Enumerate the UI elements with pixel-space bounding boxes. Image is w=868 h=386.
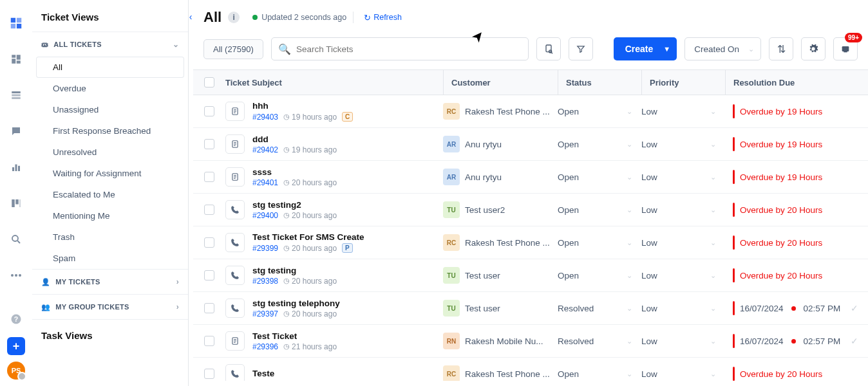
ticket-id[interactable]: #29398 — [252, 277, 278, 286]
row-checkbox[interactable] — [204, 303, 214, 313]
chevron-down-icon[interactable]: ⌄ — [710, 140, 716, 149]
view-chip[interactable]: All (27590) — [203, 39, 263, 59]
chevron-down-icon[interactable]: ⌄ — [627, 239, 632, 247]
ticket-subject: stg testing2 — [252, 200, 337, 210]
col-status[interactable]: Status — [558, 70, 641, 95]
col-subject[interactable]: Ticket Subject — [225, 78, 443, 87]
dashboard-icon[interactable] — [5, 48, 28, 71]
chevron-down-icon: ⌄ — [748, 45, 754, 53]
table-row[interactable]: ddd#2940219 hours agoARAnu rytyuOpen⌄Low… — [193, 128, 868, 161]
user-avatar[interactable]: PS — [7, 362, 25, 380]
sort-button[interactable]: Created On⌄ — [684, 37, 761, 60]
table-row[interactable]: Test Ticket#2939621 hours agoRNRakesh Mo… — [193, 325, 868, 358]
row-checkbox[interactable] — [204, 106, 214, 116]
sidebar-item[interactable]: Mentioning Me — [32, 205, 188, 226]
add-button[interactable]: + — [7, 337, 25, 355]
sidebar-section-group[interactable]: 👥 MY GROUP TICKETS › — [32, 295, 188, 319]
sidebar-item[interactable]: Waiting for Assignment — [32, 163, 188, 184]
svg-rect-24 — [546, 45, 551, 52]
table-row[interactable]: ssss#2940120 hours agoARAnu rytyuOpen⌄Lo… — [193, 161, 868, 194]
chevron-down-icon[interactable]: ⌄ — [710, 239, 716, 247]
ticket-id[interactable]: #29397 — [252, 309, 278, 318]
col-resolution[interactable]: Resolution Due — [725, 70, 868, 95]
more-icon[interactable] — [5, 264, 28, 287]
search-icon[interactable] — [5, 228, 28, 251]
status-value: Open — [558, 172, 579, 182]
clipboard-search-button[interactable] — [536, 37, 561, 60]
create-button[interactable]: Create▼ — [614, 37, 677, 60]
chevron-down-icon[interactable]: ⌄ — [627, 370, 632, 378]
chevron-down-icon: ⌄ — [173, 40, 179, 49]
search-input-wrapper[interactable]: 🔍 — [271, 37, 529, 60]
sidebar-item[interactable]: Unresolved — [32, 142, 188, 163]
sidebar-item[interactable]: Spam — [32, 248, 188, 269]
info-icon[interactable]: i — [228, 12, 240, 23]
ticket-id[interactable]: #29401 — [252, 178, 278, 187]
table-row[interactable]: hhh#2940319 hours agoCRCRakesh Test Phon… — [193, 95, 868, 128]
chevron-down-icon[interactable]: ⌄ — [710, 107, 716, 116]
sort-direction-button[interactable]: ⇅ — [769, 37, 793, 60]
sidebar-item[interactable]: All — [36, 57, 184, 78]
ticket-id[interactable]: #29400 — [252, 211, 278, 220]
table-row[interactable]: stg testing#2939820 hours agoTUTest user… — [193, 259, 868, 292]
status-value: Open — [558, 205, 579, 215]
chat-icon[interactable] — [5, 120, 28, 143]
phone-icon — [225, 233, 245, 252]
table-row[interactable]: TesteRCRakesh Test Phone ...Open⌄Low⌄Ove… — [193, 358, 868, 381]
row-checkbox[interactable] — [204, 237, 214, 248]
notifications-button[interactable]: 99+ — [833, 37, 858, 60]
chevron-down-icon[interactable]: ⌄ — [710, 370, 716, 378]
search-input[interactable] — [296, 44, 522, 54]
sidebar-item[interactable]: Escalated to Me — [32, 184, 188, 205]
row-checkbox[interactable] — [204, 369, 214, 379]
analytics-icon[interactable] — [5, 156, 28, 179]
sidebar-item[interactable]: Unassigned — [32, 99, 188, 120]
ticket-id[interactable]: #29403 — [252, 113, 278, 122]
chevron-down-icon[interactable]: ⌄ — [710, 337, 716, 345]
table-row[interactable]: stg testing telephony#2939720 hours agoT… — [193, 292, 868, 325]
chevron-down-icon[interactable]: ⌄ — [627, 271, 632, 280]
row-checkbox[interactable] — [204, 172, 214, 182]
chevron-down-icon[interactable]: ⌄ — [710, 271, 716, 280]
table-row[interactable]: Test Ticket For SMS Create#2939920 hours… — [193, 226, 868, 259]
customer-avatar: RN — [443, 333, 460, 349]
ticket-id[interactable]: #29399 — [252, 244, 278, 253]
ticket-id[interactable]: #29402 — [252, 145, 278, 154]
row-checkbox[interactable] — [204, 270, 214, 280]
table-icon[interactable] — [5, 84, 28, 107]
chevron-down-icon[interactable]: ⌄ — [627, 140, 632, 149]
svg-rect-7 — [17, 60, 21, 64]
priority-value: Low — [641, 107, 657, 116]
row-checkbox[interactable] — [204, 205, 214, 215]
sidebar-item[interactable]: Trash — [32, 226, 188, 248]
chevron-down-icon[interactable]: ⌄ — [710, 206, 716, 214]
board-icon[interactable] — [5, 192, 28, 215]
refresh-button[interactable]: ↻ Refresh — [364, 13, 402, 23]
sidebar-section-all[interactable]: 🎟 ALL TICKETS ⌄ — [32, 32, 188, 57]
sidebar-item[interactable]: Overdue — [32, 78, 188, 99]
chevron-down-icon[interactable]: ⌄ — [627, 337, 632, 345]
select-all-checkbox[interactable] — [204, 77, 214, 87]
ticket-icon: 🎟 — [41, 41, 48, 48]
help-icon[interactable]: ? — [5, 308, 28, 331]
sidebar-item[interactable]: First Response Breached — [32, 120, 188, 142]
chevron-down-icon[interactable]: ⌄ — [627, 107, 632, 116]
chevron-down-icon[interactable]: ⌄ — [710, 173, 716, 181]
chevron-down-icon[interactable]: ⌄ — [710, 304, 716, 313]
col-customer[interactable]: Customer — [443, 70, 558, 95]
svg-rect-2 — [11, 24, 15, 28]
settings-button[interactable] — [801, 37, 826, 60]
filter-button[interactable] — [569, 37, 593, 60]
sidebar-section-my[interactable]: 👤 MY TICKETS › — [32, 270, 188, 294]
chevron-down-icon[interactable]: ⌄ — [627, 206, 632, 214]
col-priority[interactable]: Priority — [641, 70, 725, 95]
chevron-down-icon[interactable]: ⌄ — [627, 304, 632, 313]
chevron-down-icon[interactable]: ⌄ — [627, 173, 632, 181]
row-checkbox[interactable] — [204, 139, 214, 149]
table-row[interactable]: stg testing2#2940020 hours agoTUTest use… — [193, 194, 868, 226]
ticket-id[interactable]: #29396 — [252, 342, 278, 351]
app-logo[interactable] — [5, 12, 28, 35]
ticket-subject: hhh — [252, 101, 353, 111]
svg-point-21 — [19, 274, 21, 277]
row-checkbox[interactable] — [204, 336, 214, 346]
